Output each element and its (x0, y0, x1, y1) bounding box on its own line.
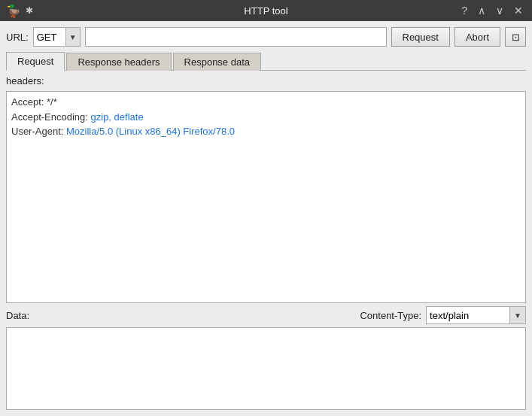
icon-button[interactable]: ⊡ (505, 27, 526, 47)
header-useragent: User-Agent: Mozilla/5.0 (Linux x86_64) F… (11, 124, 521, 139)
pin-icon: ✱ (26, 5, 33, 16)
method-dropdown-button[interactable]: ▼ (65, 28, 80, 46)
method-select-wrapper: ▼ (33, 27, 81, 47)
content-type-dropdown-button[interactable]: ▼ (509, 307, 525, 323)
minimize-button[interactable]: ∧ (475, 5, 488, 16)
data-label: Data: (6, 310, 29, 321)
header-encoding: Accept-Encoding: gzip, deflate (11, 110, 521, 125)
method-input[interactable] (34, 32, 65, 43)
request-panel: headers: Accept: */* Accept-Encoding: gz… (6, 75, 526, 410)
help-button[interactable]: ? (458, 5, 470, 16)
header-accept: Accept: */* (11, 95, 521, 110)
headers-box: Accept: */* Accept-Encoding: gzip, defla… (6, 91, 526, 303)
data-textarea[interactable] (6, 327, 526, 410)
header-useragent-key: User-Agent: (11, 126, 66, 137)
app-icon: 🦆 (6, 4, 21, 18)
content-type-label: Content-Type: (360, 310, 421, 321)
url-input[interactable] (85, 27, 387, 47)
url-bar: URL: ▼ Request Abort ⊡ (6, 27, 526, 47)
header-encoding-value: gzip, deflate (91, 111, 144, 123)
maximize-button[interactable]: ∨ (493, 5, 506, 16)
header-useragent-value: Mozilla/5.0 (Linux x86_64) Firefox/78.0 (66, 126, 235, 137)
close-button[interactable]: ✕ (511, 5, 526, 16)
headers-label: headers: (6, 75, 526, 87)
tabs-row: Request Response headers Response data (6, 51, 526, 71)
content-type-select-wrapper: ▼ (426, 306, 526, 324)
tab-response-headers[interactable]: Response headers (66, 53, 171, 71)
titlebar: 🦆 ✱ HTTP tool ? ∧ ∨ ✕ (0, 0, 532, 21)
abort-button[interactable]: Abort (454, 27, 500, 47)
data-section: Data: Content-Type: ▼ (6, 306, 526, 410)
data-controls: Data: Content-Type: ▼ (6, 306, 526, 324)
main-panel: URL: ▼ Request Abort ⊡ Request Response … (0, 21, 532, 416)
tab-response-data[interactable]: Response data (173, 53, 261, 71)
request-button[interactable]: Request (391, 27, 450, 47)
content-type-input[interactable] (427, 310, 509, 321)
window-title: HTTP tool (244, 5, 287, 17)
header-encoding-key: Accept-Encoding: (11, 111, 91, 123)
window-controls: ? ∧ ∨ ✕ (458, 5, 526, 16)
tab-request[interactable]: Request (6, 52, 65, 71)
url-label: URL: (6, 32, 29, 43)
